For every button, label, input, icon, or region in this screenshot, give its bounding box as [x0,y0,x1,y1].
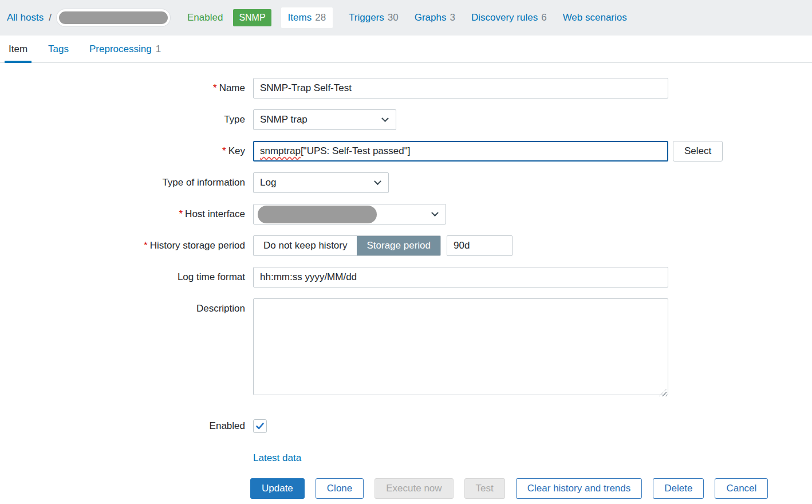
update-button[interactable]: Update [250,478,305,499]
chevron-down-icon [381,115,389,122]
delete-button[interactable]: Delete [653,478,704,499]
key-value-word: snmptrap [260,145,301,157]
form-footer-buttons: Update Clone Execute now Test Clear hist… [250,478,812,499]
tab-item[interactable]: Item [5,36,31,62]
cancel-button[interactable]: Cancel [715,478,768,499]
nav-triggers-count: 30 [388,12,399,23]
type-of-information-value: Log [260,177,276,188]
description-textarea[interactable] [253,298,668,395]
type-of-information-select[interactable]: Log [253,172,389,193]
clone-button[interactable]: Clone [316,478,364,499]
form-row-type: Type SNMP trap [0,109,812,130]
enabled-label: Enabled [0,420,245,432]
item-tab-bar: Item Tags Preprocessing 1 [0,36,812,63]
required-marker: * [222,145,226,156]
form-row-log-time-format: Log time format [0,267,812,288]
tab-item-label: Item [9,44,27,55]
type-select-value: SNMP trap [260,114,308,125]
nav-triggers-label: Triggers [349,12,384,23]
key-label: Key [228,145,245,156]
history-option-do-not-keep[interactable]: Do not keep history [254,236,357,255]
nav-web-scenarios-link[interactable]: Web scenarios [563,12,627,23]
form-row-host-interface: *Host interface [0,204,812,225]
required-marker: * [179,208,183,219]
type-of-information-label: Type of information [0,177,245,188]
chevron-down-icon [374,178,381,185]
form-row-name: *Name [0,78,812,99]
nav-graphs-count: 3 [450,12,455,23]
required-marker: * [144,240,148,251]
key-select-button[interactable]: Select [673,141,723,162]
execute-now-button: Execute now [375,478,453,499]
breadcrumb-all-hosts-link[interactable]: All hosts [7,12,44,23]
host-status-enabled: Enabled [187,12,223,23]
test-button: Test [464,478,505,499]
tab-tags-label: Tags [48,44,69,55]
nav-items-count: 28 [315,12,326,23]
tab-preprocessing-label: Preprocessing [89,44,152,55]
type-label: Type [0,114,245,125]
form-row-key: *Key snmptrap["UPS: Self-Test passed"] S… [0,141,812,162]
tab-preprocessing-count: 1 [156,44,161,55]
nav-items-selected[interactable]: Items 28 [281,7,333,28]
log-time-format-label: Log time format [0,271,245,283]
description-label: Description [0,298,245,314]
key-value-rest: ["UPS: Self-Test passed"] [301,145,411,157]
form-row-description: Description [0,298,812,398]
item-form: *Name Type SNMP trap *Key snmptrap["UPS:… [0,63,812,499]
form-row-latest-data: Latest data [0,452,812,464]
clear-history-and-trends-button[interactable]: Clear history and trends [516,478,642,499]
chevron-down-icon [431,209,439,216]
history-option-storage-period[interactable]: Storage period [357,236,440,255]
host-interface-label: Host interface [185,208,245,219]
name-label: Name [219,82,245,93]
nav-triggers-link[interactable]: Triggers 30 [349,12,399,23]
history-mode-toggle: Do not keep history Storage period [253,235,441,256]
nav-discovery-rules-count: 6 [541,12,546,23]
key-input[interactable]: snmptrap["UPS: Self-Test passed"] [253,141,668,162]
form-row-history-storage-period: *History storage period Do not keep hist… [0,235,812,256]
log-time-format-input[interactable] [253,267,668,288]
breadcrumb-bar: All hosts / Enabled SNMP Items 28 Trigge… [0,0,812,36]
type-select[interactable]: SNMP trap [253,109,396,130]
latest-data-link[interactable]: Latest data [253,452,301,464]
nav-items-label: Items [288,12,312,23]
name-input[interactable] [253,78,668,99]
host-interface-redacted [258,206,377,223]
nav-graphs-link[interactable]: Graphs 3 [415,12,455,23]
host-interface-select[interactable] [253,204,446,225]
history-period-input[interactable] [447,235,513,256]
breadcrumb-separator: / [49,12,52,23]
required-marker: * [213,82,217,93]
tab-preprocessing[interactable]: Preprocessing 1 [85,36,165,62]
nav-web-scenarios-label: Web scenarios [563,12,627,23]
enabled-checkbox[interactable] [253,419,267,433]
host-name-redacted[interactable] [57,9,170,26]
nav-discovery-rules-link[interactable]: Discovery rules 6 [471,12,547,23]
form-row-type-of-information: Type of information Log [0,172,812,193]
tab-tags[interactable]: Tags [44,36,73,62]
checkbox-checked-icon [255,422,265,431]
nav-graphs-label: Graphs [415,12,447,23]
snmp-availability-badge: SNMP [233,9,271,26]
form-row-enabled: Enabled [0,419,812,433]
nav-discovery-rules-label: Discovery rules [471,12,538,23]
history-storage-period-label: History storage period [150,240,245,251]
